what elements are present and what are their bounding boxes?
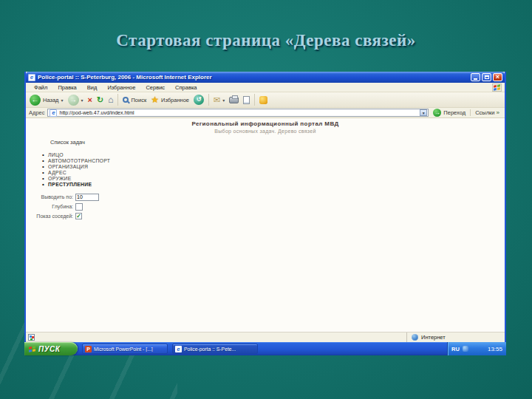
- task-link-weapon[interactable]: ОРУЖИЕ: [42, 175, 110, 181]
- task-link-crime[interactable]: ПРЕСТУПЛЕНИЕ: [42, 181, 110, 187]
- menu-favorites[interactable]: Избранное: [102, 84, 140, 91]
- start-flag-icon: [29, 346, 35, 352]
- forward-icon: →: [68, 95, 79, 106]
- task-list-title: Список задач: [50, 139, 85, 146]
- menu-view[interactable]: Вид: [82, 84, 103, 91]
- edit-button[interactable]: [243, 96, 250, 104]
- form-row: Выводить по:: [29, 192, 99, 202]
- favorites-label: Избранное: [161, 97, 189, 103]
- history-icon: ↺: [194, 95, 204, 105]
- forward-button[interactable]: → ▾: [68, 95, 83, 106]
- back-button[interactable]: ← Назад ▾: [30, 95, 64, 106]
- task-list: ЛИЦО АВТОМОТОТРАНСПОРТ ОРГАНИЗАЦИЯ АДРЕС…: [42, 151, 110, 187]
- internet-globe-icon: [412, 334, 418, 341]
- tray-status-icon[interactable]: [463, 346, 468, 352]
- windows-taskbar: ПУСК P Microsoft PowerPoint - [...] e Po…: [24, 342, 506, 355]
- messenger-button[interactable]: [259, 96, 267, 104]
- close-icon: ×: [496, 74, 499, 81]
- slide-title: Стартовая страница «Дерева связей»: [0, 31, 532, 50]
- minimize-button[interactable]: [471, 73, 480, 81]
- task-link-person[interactable]: ЛИЦО: [42, 151, 110, 157]
- ie-task-icon: e: [175, 346, 182, 352]
- task-link-organization[interactable]: ОРГАНИЗАЦИЯ: [42, 163, 110, 169]
- favorites-star-icon: ★: [151, 95, 159, 105]
- portal-subheading: Выбор основных задач. Дерево связей: [26, 129, 505, 134]
- form-row: Глубина:: [29, 202, 99, 211]
- go-label: Переход: [443, 109, 466, 116]
- menu-file[interactable]: Файл: [29, 84, 52, 91]
- maximize-button[interactable]: [482, 73, 491, 81]
- refresh-button[interactable]: ↻: [97, 95, 103, 105]
- favorites-button[interactable]: ★ Избранное: [151, 95, 189, 105]
- menu-edit[interactable]: Правка: [52, 84, 81, 91]
- language-indicator[interactable]: RU: [451, 346, 460, 352]
- address-bar: Адрес e http://pod-web.47.uvd/index.html…: [26, 108, 505, 118]
- window-titlebar[interactable]: e Police-portal :: S-Peterburg, 2006 - M…: [26, 72, 505, 83]
- browser-screenshot: e Police-portal :: S-Peterburg, 2006 - M…: [24, 72, 506, 355]
- clock[interactable]: 13:55: [488, 346, 502, 352]
- messenger-icon: [259, 96, 267, 104]
- links-button[interactable]: Ссылки »: [470, 109, 502, 116]
- go-button[interactable]: → Переход: [432, 109, 467, 117]
- system-tray: RU 13:55: [447, 342, 506, 355]
- printer-icon: [229, 97, 239, 103]
- history-button[interactable]: ↺: [194, 95, 204, 105]
- toolbar: ← Назад ▾ → ▾ × ↻ ⌂ Поиск ★ Избранное ↺: [26, 92, 505, 108]
- page-content: Региональный информационный портал МВД В…: [26, 118, 505, 332]
- ie-icon: e: [28, 74, 35, 81]
- search-icon: [123, 97, 129, 103]
- menu-tools[interactable]: Сервис: [140, 84, 170, 91]
- show-neighbors-checkbox[interactable]: ✓: [75, 213, 82, 219]
- task-link-vehicle[interactable]: АВТОМОТОТРАНСПОРТ: [42, 157, 110, 163]
- task-label: Microsoft PowerPoint - [...]: [94, 347, 153, 352]
- mail-button[interactable]: ✉ ▾: [214, 95, 225, 105]
- document-status-icon: [28, 334, 35, 341]
- menu-help[interactable]: Справка: [170, 84, 202, 91]
- window-title: Police-portal :: S-Peterburg, 2006 - Mic…: [38, 74, 471, 81]
- status-zone-pane: Интернет: [406, 332, 502, 342]
- taskbar-item-powerpoint[interactable]: P Microsoft PowerPoint - [...]: [82, 344, 168, 354]
- taskbar-item-ie[interactable]: e Police-porta :: S-Pete...: [172, 344, 258, 354]
- form-row: Показ соседей: ✓: [29, 211, 99, 221]
- home-button[interactable]: ⌂: [108, 95, 113, 105]
- minimize-icon: [474, 78, 477, 80]
- start-button[interactable]: ПУСК: [24, 342, 78, 355]
- search-button[interactable]: Поиск: [123, 97, 146, 103]
- windows-logo-icon: [492, 83, 502, 92]
- depth-input[interactable]: [75, 203, 83, 211]
- links-label: Ссылки: [475, 109, 494, 116]
- portal-heading: Региональный информационный портал МВД: [26, 120, 505, 127]
- close-button[interactable]: ×: [493, 73, 502, 81]
- show-neighbors-label: Показ соседей:: [29, 214, 73, 219]
- address-input[interactable]: e http://pod-web.47.uvd/index.html ▼: [47, 109, 429, 117]
- toolbar-separator: [117, 94, 118, 106]
- search-label: Поиск: [131, 97, 146, 103]
- address-dropdown-icon[interactable]: ▼: [420, 109, 427, 116]
- mail-dropdown-icon[interactable]: ▾: [222, 98, 225, 103]
- depth-label: Глубина:: [29, 204, 73, 209]
- task-link-address[interactable]: АДРЕС: [42, 169, 110, 175]
- output-per-input[interactable]: [75, 194, 99, 201]
- menu-bar: Файл Правка Вид Избранное Сервис Справка: [26, 83, 505, 92]
- toolbar-separator: [208, 94, 209, 106]
- back-label: Назад: [43, 97, 59, 103]
- mail-icon: ✉: [214, 95, 220, 105]
- start-label: ПУСК: [38, 345, 60, 353]
- presentation-slide: { "slide": { "title": "Стартовая страниц…: [0, 0, 532, 399]
- address-url[interactable]: http://pod-web.47.uvd/index.html: [59, 110, 417, 115]
- stop-button[interactable]: ×: [88, 95, 92, 104]
- forward-dropdown-icon[interactable]: ▾: [81, 98, 83, 103]
- status-bar: Интернет: [26, 332, 505, 342]
- task-label: Police-porta :: S-Pete...: [184, 347, 236, 352]
- maximize-icon: [485, 75, 489, 79]
- toolbar-separator: [254, 94, 255, 106]
- powerpoint-icon: P: [85, 346, 92, 352]
- go-arrow-icon: →: [433, 109, 441, 117]
- parameters-form: Выводить по: Глубина: Показ соседей: ✓: [29, 192, 99, 221]
- back-icon: ←: [30, 95, 41, 106]
- edit-page-icon: [243, 96, 250, 104]
- print-button[interactable]: [229, 97, 239, 103]
- page-favicon: e: [50, 109, 57, 117]
- back-dropdown-icon[interactable]: ▾: [61, 98, 64, 103]
- address-label: Адрес: [29, 109, 44, 116]
